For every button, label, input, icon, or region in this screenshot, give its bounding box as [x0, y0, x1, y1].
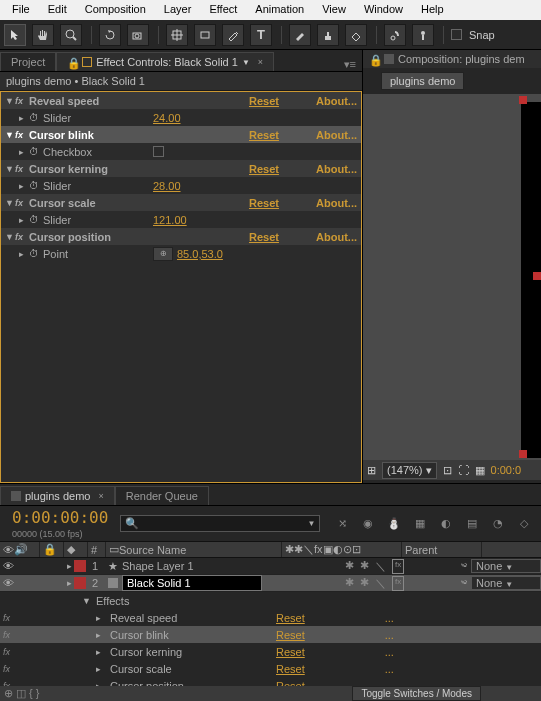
menu-animation[interactable]: Animation	[247, 2, 312, 18]
twirl-icon[interactable]: ▼	[5, 164, 15, 174]
checkbox-input[interactable]	[153, 146, 164, 157]
layer-effect-row[interactable]: fx▸Cursor kerningReset...	[0, 643, 541, 660]
fx-icon[interactable]: fx	[15, 164, 29, 174]
anchor-tool[interactable]	[166, 24, 188, 46]
parent-column-header[interactable]: Parent	[402, 542, 482, 557]
stopwatch-icon[interactable]: ⏱	[29, 214, 43, 225]
resolution-icon[interactable]: ⊡	[443, 464, 452, 477]
reset-link[interactable]: Reset	[249, 129, 309, 141]
reset-link[interactable]: Reset	[276, 646, 305, 658]
snap-checkbox[interactable]: Snap	[451, 29, 495, 41]
text-tool[interactable]: T	[250, 24, 272, 46]
stopwatch-icon[interactable]: ⏱	[29, 112, 43, 123]
camera-tool[interactable]	[127, 24, 149, 46]
menu-view[interactable]: View	[314, 2, 354, 18]
menu-help[interactable]: Help	[413, 2, 452, 18]
twirl-icon[interactable]: ▼	[82, 596, 92, 606]
property-value[interactable]: 121.00	[153, 214, 187, 226]
expand-icon[interactable]: ⊕ ◫ { }	[0, 687, 44, 700]
parent-dropdown[interactable]: None ▼	[471, 576, 541, 590]
reset-link[interactable]: Reset	[249, 95, 309, 107]
menu-edit[interactable]: Edit	[40, 2, 75, 18]
reset-link[interactable]: Reset	[249, 197, 309, 209]
twirl-icon[interactable]: ▸	[96, 613, 106, 623]
rotate-tool[interactable]	[99, 24, 121, 46]
composition-viewer[interactable]	[363, 94, 541, 460]
render-queue-tab[interactable]: Render Queue	[115, 486, 209, 505]
panel-menu-icon[interactable]: ▾≡	[338, 58, 362, 71]
project-tab[interactable]: Project	[0, 52, 56, 71]
close-icon[interactable]: ×	[98, 491, 103, 501]
twirl-icon[interactable]: ▼	[5, 232, 15, 242]
fx-badge-icon[interactable]: fx	[392, 576, 404, 591]
twirl-icon[interactable]: ▸	[19, 181, 29, 191]
effect-options-link[interactable]: ...	[385, 663, 394, 675]
current-timecode[interactable]: 0:00:00:00	[0, 506, 120, 529]
twirl-icon[interactable]: ▸	[96, 664, 106, 674]
effect-property-row[interactable]: ▸⏱Checkbox	[1, 143, 361, 160]
stopwatch-icon[interactable]: ⏱	[29, 180, 43, 191]
menu-window[interactable]: Window	[356, 2, 411, 18]
reset-link[interactable]: Reset	[249, 163, 309, 175]
motion-blur-icon[interactable]: ◐	[437, 515, 455, 533]
draft3d-icon[interactable]: ◉	[359, 515, 377, 533]
shape-tool[interactable]	[194, 24, 216, 46]
eye-icon[interactable]: 👁	[3, 577, 14, 589]
reset-link[interactable]: Reset	[276, 629, 305, 641]
selection-tool[interactable]	[4, 24, 26, 46]
about-link[interactable]: About...	[309, 129, 357, 141]
property-value[interactable]: 24.00	[153, 112, 181, 124]
fx-icon[interactable]: fx	[15, 232, 29, 242]
menu-layer[interactable]: Layer	[156, 2, 200, 18]
chevron-down-icon[interactable]: ▼	[307, 519, 315, 528]
twirl-icon[interactable]: ▼	[5, 130, 15, 140]
menu-effect[interactable]: Effect	[201, 2, 245, 18]
property-value[interactable]: 85.0,53.0	[177, 248, 223, 260]
reset-link[interactable]: Reset	[276, 663, 305, 675]
effect-header[interactable]: ▼fxCursor kerningResetAbout...	[1, 160, 361, 177]
about-link[interactable]: About...	[309, 95, 357, 107]
fx-enable-icon[interactable]: fx	[0, 664, 40, 674]
layer-effects-header[interactable]: ▼ Effects	[0, 592, 541, 609]
effect-property-row[interactable]: ▸⏱Slider28.00	[1, 177, 361, 194]
about-link[interactable]: About...	[309, 231, 357, 243]
brainstorm-icon[interactable]: ◔	[489, 515, 507, 533]
layer-effect-row[interactable]: fx▸Reveal speedReset...	[0, 609, 541, 626]
hand-tool[interactable]	[32, 24, 54, 46]
pickwhip-icon[interactable]: ༄	[461, 560, 467, 572]
label-color[interactable]	[74, 560, 86, 572]
effect-property-row[interactable]: ▸⏱Slider24.00	[1, 109, 361, 126]
timeline-search-input[interactable]: 🔍▼	[120, 515, 320, 532]
handle-icon[interactable]	[533, 272, 541, 280]
pickwhip-icon[interactable]: ༄	[461, 577, 467, 589]
effect-header[interactable]: ▼fxCursor scaleResetAbout...	[1, 194, 361, 211]
source-name-column[interactable]: ▭ Source Name	[106, 542, 282, 557]
tab-dropdown-icon[interactable]: ▼	[242, 58, 250, 67]
timeline-comp-tab[interactable]: plugins demo ×	[0, 486, 115, 505]
close-icon[interactable]: ×	[258, 57, 263, 67]
layer-effect-row[interactable]: fx▸Cursor blinkReset...	[0, 626, 541, 643]
layer-effect-row[interactable]: fx▸Cursor scaleReset...	[0, 660, 541, 677]
effect-property-row[interactable]: ▸⏱Point⊕85.0,53.0	[1, 245, 361, 262]
menu-file[interactable]: File	[4, 2, 38, 18]
label-icon[interactable]: ◆	[67, 543, 75, 556]
layer-switches[interactable]: ✱✱＼fx	[341, 576, 461, 591]
toggle-switches-button[interactable]: Toggle Switches / Modes	[352, 686, 481, 701]
handle-icon[interactable]	[519, 450, 527, 458]
fx-badge-icon[interactable]: fx	[392, 559, 404, 574]
reset-link[interactable]: Reset	[249, 231, 309, 243]
effect-controls-tab[interactable]: 🔒 Effect Controls: Black Solid 1 ▼ ×	[56, 52, 274, 71]
twirl-icon[interactable]: ▸	[96, 630, 106, 640]
parent-dropdown[interactable]: None ▼	[471, 559, 541, 573]
fx-icon[interactable]: fx	[15, 130, 29, 140]
stopwatch-icon[interactable]: ⏱	[29, 146, 43, 157]
composition-tab[interactable]: 🔒 Composition: plugins dem	[363, 50, 541, 68]
twirl-icon[interactable]: ▸	[19, 249, 29, 259]
twirl-icon[interactable]: ▸	[64, 578, 74, 588]
effect-options-link[interactable]: ...	[385, 612, 394, 624]
twirl-icon[interactable]: ▸	[96, 647, 106, 657]
label-color[interactable]	[74, 577, 86, 589]
auto-keyframe-icon[interactable]: ◇	[515, 515, 533, 533]
layer-switches[interactable]: ✱✱＼fx	[341, 559, 461, 574]
transparency-icon[interactable]: ▦	[475, 464, 485, 477]
